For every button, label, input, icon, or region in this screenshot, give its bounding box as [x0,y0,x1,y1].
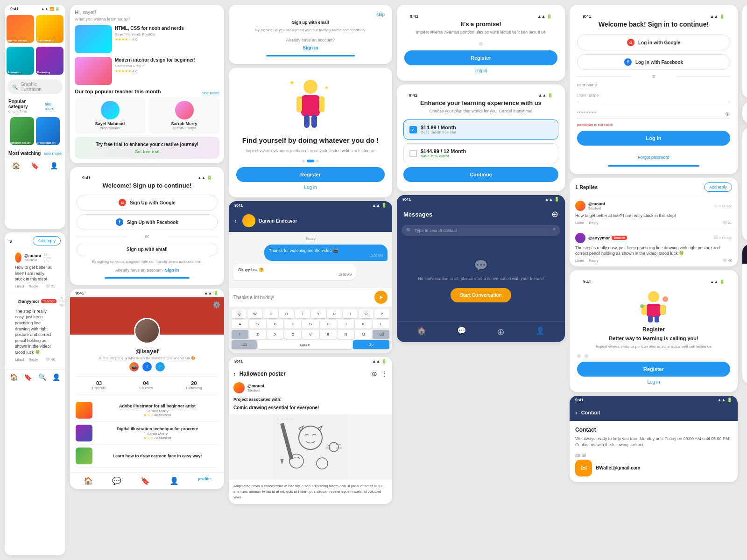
key-u[interactable]: U [327,309,342,318]
key-j[interactable]: J [338,320,354,329]
add-chat-icon[interactable]: ⊕ [551,209,558,219]
more-icon[interactable]: ⋮ [381,370,388,378]
email-signup-button[interactable]: Sign up with email [77,243,218,256]
continue-button[interactable]: Continue [403,167,558,182]
search-nav-icon[interactable]: 🔍 [38,373,46,381]
key-f[interactable]: F [284,320,301,329]
password-toggle-icon[interactable]: 👁 [725,111,730,118]
see-more-link[interactable]: see more [45,102,62,111]
login-button[interactable]: Log in [577,131,730,146]
start-conversation-button[interactable]: Start Conversation [451,288,511,302]
key-l[interactable]: L [373,320,389,329]
key-h[interactable]: H [320,320,337,329]
key-go[interactable]: Go [353,340,389,349]
signin-link[interactable]: Sign in [165,268,179,273]
bookmark-icon[interactable]: 🔖 [24,373,32,381]
username-input[interactable] [577,89,730,102]
liked-reply-2[interactable]: Liked [575,259,584,263]
key-q[interactable]: Q [232,309,247,318]
profile-icon[interactable]: 👤 [52,373,60,381]
facebook-profile-icon[interactable]: f [142,362,152,371]
register-button[interactable]: Register [404,50,557,65]
facebook-signup-button[interactable]: f Sign Up with Facebook [77,214,218,230]
key-123[interactable]: 123 [232,340,257,349]
key-b[interactable]: B [320,330,337,339]
key-t[interactable]: T [295,309,310,318]
google-login-button[interactable]: G Log in with Google [577,35,730,50]
liked-button2[interactable]: Liked [15,357,24,362]
key-n[interactable]: N [338,330,354,339]
password-input[interactable] [577,106,730,119]
search-bar[interactable]: 🔍 Graphic illustration [7,79,63,94]
register-button[interactable]: Register [236,167,385,182]
key-o[interactable]: O [359,309,374,318]
login-link[interactable]: Log in [236,185,385,190]
register-col5-btn[interactable]: Register [577,362,730,377]
message-input[interactable] [233,295,372,300]
traditional-art-thumb[interactable]: Traditional art [36,15,63,43]
liked-button[interactable]: Liked [15,284,24,288]
traditional-art-thumb2[interactable]: Traditional art [36,117,60,145]
home-nav-icon[interactable]: 🏠 [12,162,20,169]
user-profile-nav[interactable]: 👤 [169,476,179,485]
chat-nav[interactable]: 💬 [112,476,121,485]
reply-button[interactable]: Reply [28,284,38,288]
add-reply-button[interactable]: Add reply [33,236,61,245]
get-free-trial-button[interactable]: Get free trial [79,149,215,154]
key-v[interactable]: V [302,330,319,339]
settings-icon[interactable]: ⚙️ [212,301,220,308]
login-link[interactable]: Log in [404,68,557,73]
plan-yearly[interactable]: $144.99 / 12 Month Save 20% extra! [403,143,558,163]
interior-design-thumb[interactable]: Interior design [7,15,34,43]
mic-icon[interactable]: 🎤 [550,228,556,233]
back-icon[interactable]: ‹ [234,217,237,224]
bookmark-nav-icon[interactable]: 🔖 [31,162,39,169]
plan-monthly[interactable]: ✓ $14.99 / Month Get 1 month free trial [403,119,558,140]
twitter-icon[interactable]: 🐦 [155,362,165,371]
key-i[interactable]: I [343,309,358,318]
instagram-icon[interactable]: 📷 [129,362,139,371]
profile-nav-icon[interactable]: 👤 [536,326,545,337]
key-s[interactable]: S [249,320,266,329]
add-reply-button[interactable]: Add reply [704,182,732,192]
interior-design-thumb2[interactable]: Interior design [10,117,34,145]
key-a[interactable]: A [232,320,248,329]
add-nav-icon[interactable]: ⊕ [497,326,505,337]
key-k[interactable]: K [355,320,372,329]
signin-link2[interactable]: Sign in [236,45,385,50]
animation-thumb[interactable]: Animation [7,47,34,75]
home-icon[interactable]: 🏠 [10,373,18,381]
key-e[interactable]: E [263,309,278,318]
key-x[interactable]: X [267,330,284,339]
back-icon[interactable]: ‹ [233,370,236,378]
home-nav[interactable]: 🏠 [84,476,93,485]
key-g[interactable]: G [302,320,319,329]
forgot-password-link[interactable]: Forgot password [638,155,669,160]
key-shift[interactable]: ⇧ [232,330,248,339]
marketing-thumb[interactable]: Marketing [36,47,63,75]
key-z[interactable]: Z [249,330,266,339]
key-delete[interactable]: ⌫ [373,330,389,339]
home-nav-icon[interactable]: 🏠 [417,326,426,337]
see-more-link[interactable]: see more [202,91,219,95]
profile-nav-icon[interactable]: 👤 [50,162,58,169]
key-d[interactable]: D [267,320,284,329]
key-w[interactable]: W [247,309,262,318]
contact-back-icon[interactable]: ‹ [575,409,578,416]
bookmark-nav[interactable]: 🔖 [141,476,150,485]
reply-button2[interactable]: Reply [28,357,38,362]
messages-search[interactable]: 🔍 Type to search contact 🎤 [402,225,560,236]
key-m[interactable]: M [355,330,372,339]
key-y[interactable]: Y [311,309,326,318]
login-col5-link[interactable]: Log in [577,379,730,385]
send-button[interactable]: ➤ [374,291,388,304]
key-c[interactable]: C [284,330,301,339]
see-more2[interactable]: see more [44,151,62,156]
reply-reply-1[interactable]: Reply [589,221,598,225]
key-p[interactable]: P [374,309,389,318]
reply-reply-2[interactable]: Reply [589,259,598,263]
facebook-login-button[interactable]: f Log in with Facebook [577,54,730,70]
chat-nav-icon[interactable]: 💬 [457,326,466,337]
key-space[interactable]: space [258,340,352,349]
skip-link[interactable]: skip [376,12,385,17]
